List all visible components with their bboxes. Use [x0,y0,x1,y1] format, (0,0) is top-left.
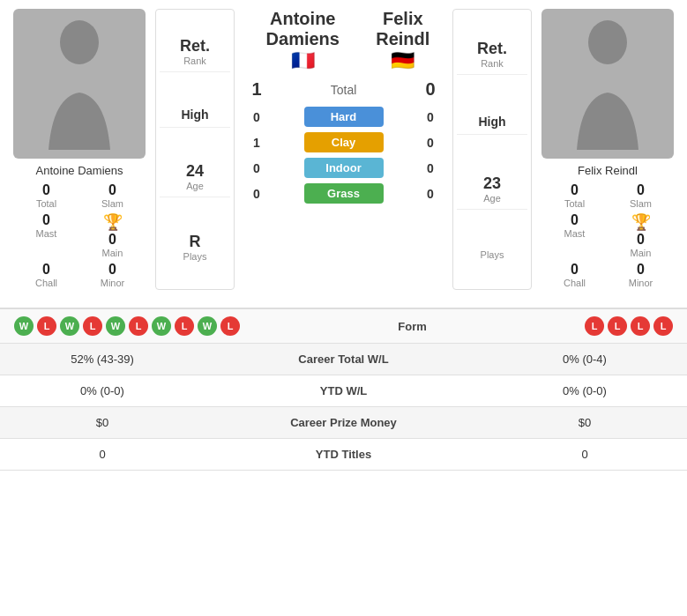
indoor-row: 0 Indoor 0 [243,158,444,178]
stat-row-3: 0YTD Titles0 [0,439,687,471]
hard-badge: Hard [304,107,384,127]
player1-silhouette-icon [40,18,119,150]
svg-point-1 [588,20,627,64]
player2-total-cell: 0 Total [541,181,608,211]
stat-row-0: 52% (43-39)Career Total W/L0% (0-4) [0,344,687,375]
player1-rank-label: Rank [183,56,206,66]
player1-info-card: Ret. Rank High 24 Age R Plays [155,9,235,290]
player2-age-value: 23 [483,174,501,193]
player2-form-badges: LLLL [585,316,673,336]
player2-high-value: High [478,115,505,129]
player1-total-label: Total [17,198,76,209]
player1-mast-value: 0 [17,212,76,228]
center-area: Antoine Damiens 🇫🇷 Felix Reindl 🇩🇪 1 Tot… [240,9,447,290]
form-badge-p1-l: L [220,316,240,336]
form-badge-p1-w: W [14,316,34,336]
player2-plays-item: Plays [457,244,527,265]
form-row: WLWLWLWLWL Form LLLL [0,309,687,344]
grass-score-1: 0 [243,187,270,201]
player1-stats-grid: 0 Total 0 Slam 0 Mast 🏆 0 Main 0 [13,181,146,290]
form-badge-p2-l: L [585,316,604,336]
player1-minor-cell: 0 Minor [79,260,146,290]
player1-name-label: Antoine Damiens [36,164,123,177]
player2-main-value: 0 [611,232,670,248]
player1-main-value: 0 [83,232,142,248]
clay-score-1: 1 [243,136,270,150]
form-label: Form [398,320,427,333]
player1-plays-value: R [190,233,201,251]
stat-row-0-label: Career Total W/L [190,353,497,366]
players-header-row: Antoine Damiens 🇫🇷 Felix Reindl 🇩🇪 [243,9,444,72]
stat-row-2-label: Career Prize Money [190,416,497,429]
player2-chall-value: 0 [545,262,604,278]
player1-minor-label: Minor [83,278,142,288]
form-badge-p1-w: W [60,316,79,336]
stat-rows-container: 52% (43-39)Career Total W/L0% (0-4)0% (0… [0,344,687,471]
player1-main-label: Main [83,248,142,258]
player2-name-block: Felix Reindl 🇩🇪 [362,9,444,72]
form-badge-p1-w: W [106,316,125,336]
player1-high-item: High [160,102,230,128]
player1-total-cell: 0 Total [13,181,79,211]
hard-score-2: 0 [417,110,444,124]
player1-name-block: Antoine Damiens 🇫🇷 [243,9,362,72]
stat-row-1-value1: 0% (0-0) [14,384,190,397]
player2-silhouette-icon [568,18,647,150]
player2-trophy-cell: 🏆 0 Main [608,211,674,260]
hard-score-1: 0 [243,110,270,124]
stat-row-3-label: YTD Titles [190,448,497,461]
stat-row-0-value2: 0% (0-4) [497,353,673,366]
player1-trophy-icon: 🏆 [83,212,142,232]
player2-mast-cell: 0 Mast [541,211,608,260]
grass-score-2: 0 [417,187,444,201]
player1-plays-label: Plays [183,251,207,262]
player2-total-value: 0 [545,182,604,198]
player2-slam-cell: 0 Slam [608,181,674,211]
stat-row-3-value2: 0 [497,448,673,461]
player2-age-item: 23 Age [457,169,527,210]
player2-trophy-icon: 🏆 [611,212,670,232]
form-badge-p1-l: L [37,316,56,336]
player2-minor-value: 0 [611,262,670,278]
stat-row-1: 0% (0-0)YTD W/L0% (0-0) [0,375,687,407]
player1-high-value: High [181,108,208,122]
player1-flag: 🇫🇷 [243,49,362,72]
player1-chall-value: 0 [17,262,76,278]
player2-rank-label: Rank [481,58,504,69]
stat-row-1-value2: 0% (0-0) [497,384,673,397]
clay-score-2: 0 [417,136,444,150]
stat-row-2: $0Career Prize Money$0 [0,407,687,439]
player2-minor-label: Minor [611,278,670,288]
player2-slam-label: Slam [611,198,670,209]
stat-row-0-value1: 52% (43-39) [14,353,190,366]
player2-rank-item: Ret. Rank [457,34,527,75]
grass-badge: Grass [304,183,384,204]
total-label: Total [331,83,357,97]
player1-total-value: 0 [17,182,76,198]
player1-slam-label: Slam [83,198,142,209]
player1-trophy-cell: 🏆 0 Main [79,211,146,260]
player2-center-name: Felix Reindl [362,9,444,49]
player2-photo [541,9,674,159]
player1-age-value: 24 [186,162,204,181]
clay-row: 1 Clay 0 [243,132,444,152]
player1-slam-value: 0 [83,182,142,198]
stat-row-2-value2: $0 [497,416,673,429]
player2-high-item: High [457,109,527,135]
total-row: 1 Total 0 [243,79,444,100]
form-badge-p2-l: L [653,316,673,336]
stat-row-2-value1: $0 [14,416,190,429]
player1-chall-cell: 0 Chall [13,260,79,290]
player2-total-label: Total [545,198,604,209]
surface-rows: 0 Hard 0 1 Clay 0 0 Indoor 0 0 Grass [243,107,444,204]
player2-main-label: Main [611,248,670,258]
total-score-2: 0 [417,79,444,100]
player1-slam-cell: 0 Slam [79,181,146,211]
player2-plays-label: Plays [481,249,504,260]
indoor-badge: Indoor [304,158,384,178]
grass-row: 0 Grass 0 [243,183,444,204]
hard-row: 0 Hard 0 [243,107,444,127]
player2-info-card: Ret. Rank High 23 Age Plays [452,9,532,290]
player2-age-label: Age [483,193,501,204]
player2-rank-value: Ret. [477,40,507,58]
